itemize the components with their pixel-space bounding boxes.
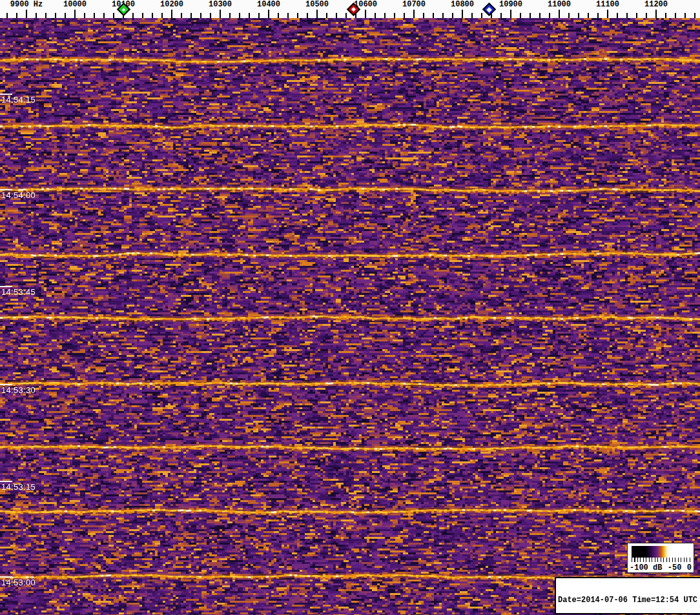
freq-minor-tick bbox=[229, 13, 231, 18]
freq-minor-tick bbox=[423, 13, 424, 18]
freq-minor-tick bbox=[646, 13, 647, 18]
time-label: 14:53:00 bbox=[1, 578, 36, 587]
marker-blue-center-dot bbox=[486, 6, 491, 12]
freq-minor-tick bbox=[626, 13, 628, 18]
freq-minor-tick bbox=[345, 13, 347, 18]
freq-minor-tick bbox=[452, 13, 453, 18]
freq-minor-tick bbox=[94, 13, 95, 18]
time-label: 14:53:15 bbox=[1, 482, 36, 492]
freq-tick-label: 10500 bbox=[305, 0, 329, 9]
colorbar-legend: -100 dB -50 0 bbox=[627, 543, 694, 573]
frequency-scale[interactable]: 9900 Hz100001010010200103001040010500106… bbox=[0, 0, 700, 18]
freq-minor-tick bbox=[442, 13, 444, 18]
freq-minor-tick bbox=[161, 13, 163, 18]
freq-tick-label: 10000 bbox=[63, 0, 87, 9]
time-label: 14:54:00 bbox=[1, 190, 36, 200]
freq-minor-tick bbox=[384, 13, 386, 18]
freq-minor-tick bbox=[45, 13, 46, 18]
freq-tick-label: 9900 Hz bbox=[10, 0, 43, 9]
info-date-time: Date=2014-07-06 Time=12:54 UTC bbox=[558, 596, 698, 605]
freq-major-tick bbox=[220, 10, 221, 18]
freq-major-tick bbox=[413, 10, 415, 18]
freq-minor-tick bbox=[694, 13, 695, 18]
freq-tick-label: 10300 bbox=[209, 0, 232, 9]
spectrogram-waterfall[interactable] bbox=[0, 18, 700, 615]
freq-minor-tick bbox=[404, 13, 405, 18]
freq-major-tick bbox=[510, 10, 511, 18]
freq-tick-label: 11100 bbox=[596, 0, 619, 9]
freq-minor-tick bbox=[258, 13, 260, 18]
freq-tick-label: 10400 bbox=[257, 0, 280, 9]
freq-minor-tick bbox=[84, 13, 85, 18]
freq-major-tick bbox=[559, 10, 560, 18]
freq-minor-tick bbox=[568, 13, 570, 18]
freq-minor-tick bbox=[394, 13, 395, 18]
freq-major-tick bbox=[462, 10, 463, 18]
freq-tick-label: 10800 bbox=[451, 0, 474, 9]
freq-minor-tick bbox=[481, 13, 482, 18]
freq-minor-tick bbox=[113, 13, 114, 18]
freq-minor-tick bbox=[36, 13, 37, 18]
freq-minor-tick bbox=[65, 13, 66, 18]
freq-minor-tick bbox=[249, 13, 250, 18]
freq-major-tick bbox=[365, 10, 366, 18]
freq-minor-tick bbox=[55, 13, 56, 18]
freq-minor-tick bbox=[103, 13, 105, 18]
freq-tick-label: 11000 bbox=[548, 0, 571, 9]
colorbar-labels: -100 dB -50 0 bbox=[630, 563, 692, 572]
freq-minor-tick bbox=[471, 13, 473, 18]
freq-minor-tick bbox=[190, 13, 192, 18]
freq-minor-tick bbox=[617, 13, 618, 18]
colorbar-gradient bbox=[632, 546, 690, 558]
freq-minor-tick bbox=[636, 13, 637, 18]
time-label: 14:53:45 bbox=[1, 287, 36, 297]
freq-minor-tick bbox=[307, 13, 308, 18]
freq-major-tick bbox=[268, 10, 269, 18]
freq-tick-label: 10900 bbox=[499, 0, 522, 9]
freq-minor-tick bbox=[433, 13, 434, 18]
freq-minor-tick bbox=[6, 13, 8, 18]
freq-tick-label: 10700 bbox=[402, 0, 426, 9]
freq-minor-tick bbox=[578, 13, 579, 18]
spectrogram-app: 9900 Hz100001010010200103001040010500106… bbox=[0, 0, 700, 615]
freq-minor-tick bbox=[520, 13, 521, 18]
freq-major-tick bbox=[26, 10, 27, 18]
colorbar-ticks bbox=[632, 558, 690, 562]
freq-minor-tick bbox=[665, 13, 666, 18]
freq-major-tick bbox=[171, 10, 172, 18]
freq-minor-tick bbox=[278, 13, 279, 18]
time-label: 14:53:30 bbox=[1, 385, 36, 395]
freq-minor-tick bbox=[287, 13, 289, 18]
freq-major-tick bbox=[316, 10, 318, 18]
freq-minor-tick bbox=[336, 13, 337, 18]
colorbar-label-min: -100 dB bbox=[630, 563, 662, 572]
marker-blue[interactable] bbox=[482, 3, 496, 16]
freq-tick-label: 11200 bbox=[644, 0, 668, 9]
freq-minor-tick bbox=[200, 13, 201, 18]
freq-minor-tick bbox=[152, 13, 153, 18]
marker-green-center-dot bbox=[121, 8, 125, 12]
freq-minor-tick bbox=[297, 13, 298, 18]
freq-minor-tick bbox=[16, 13, 17, 18]
freq-minor-tick bbox=[132, 13, 134, 18]
freq-major-tick bbox=[607, 10, 608, 18]
freq-major-tick bbox=[655, 10, 657, 18]
time-label: 14:54:15 bbox=[1, 95, 36, 105]
freq-minor-tick bbox=[685, 13, 686, 18]
colorbar-label-mid: -50 bbox=[668, 563, 682, 572]
freq-minor-tick bbox=[539, 13, 540, 18]
freq-minor-tick bbox=[142, 13, 143, 18]
freq-minor-tick bbox=[210, 13, 211, 18]
freq-minor-tick bbox=[588, 13, 589, 18]
freq-minor-tick bbox=[500, 13, 502, 18]
marker-red-center-dot bbox=[351, 7, 356, 12]
freq-minor-tick bbox=[549, 13, 550, 18]
freq-minor-tick bbox=[326, 13, 327, 18]
freq-minor-tick bbox=[375, 13, 376, 18]
colorbar-label-max: 0 bbox=[687, 563, 692, 572]
freq-minor-tick bbox=[239, 13, 240, 18]
freq-major-tick bbox=[74, 10, 76, 18]
freq-tick-label: 10200 bbox=[160, 0, 183, 9]
freq-minor-tick bbox=[530, 13, 531, 18]
freq-minor-tick bbox=[675, 13, 676, 18]
